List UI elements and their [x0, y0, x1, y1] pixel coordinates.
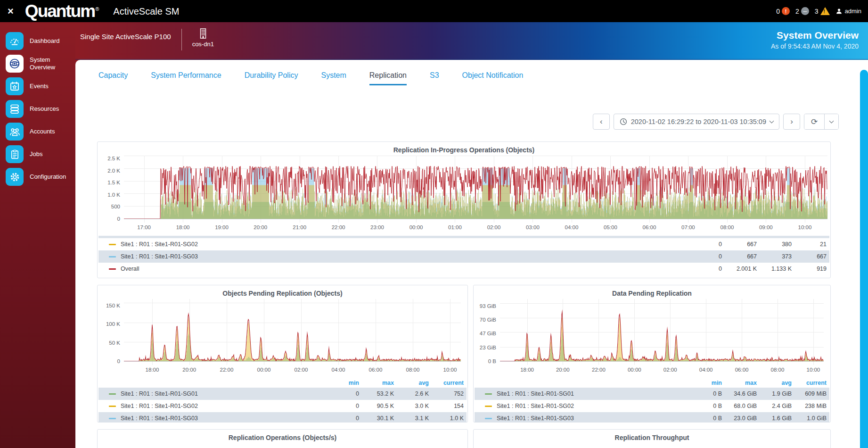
series-avg: 380 — [757, 241, 792, 248]
sidebar-item-dashboard[interactable]: Dashboard — [0, 30, 75, 52]
x-axis-tick: 10:00 — [794, 224, 816, 230]
sidebar-nav: DashboardSystem OverviewEventsResourcesA… — [0, 22, 75, 448]
series-current: 609 MiB — [792, 390, 827, 397]
legend-row[interactable]: Site1 : R01 : Site1-R01-SG02090.5 K3.0 K… — [98, 400, 467, 412]
series-max: 667 — [722, 253, 757, 260]
legend-col-min[interactable]: min — [324, 380, 359, 386]
range-prev-button[interactable]: ‹ — [593, 114, 610, 130]
tab-s3[interactable]: S3 — [430, 71, 439, 85]
legend-col-avg[interactable]: avg — [757, 380, 792, 386]
x-axis-tick: 19:00 — [211, 224, 233, 230]
y-axis-tick: 70 GiB — [475, 317, 496, 323]
range-next-button[interactable]: › — [783, 114, 800, 130]
top-bar: × Quantum® ActiveScale SM 0! 2─ 3! admin — [0, 0, 868, 22]
warning-count-badge[interactable]: 3! — [815, 7, 830, 15]
sidebar-item-resources[interactable]: Resources — [0, 98, 75, 120]
x-axis-tick: 00:00 — [623, 367, 645, 373]
legend-row[interactable]: Site1 : R01 : Site1-R01-SG01053.2 K2.6 K… — [98, 388, 467, 400]
legend-row[interactable]: Site1 : R01 : Site1-R01-SG030667373667 — [98, 250, 829, 263]
legend-row[interactable]: Site1 : R01 : Site1-R01-SG030 B23.0 GiB1… — [475, 412, 829, 423]
x-axis-tick: 20:00 — [250, 224, 271, 230]
node-name: cos-dn1 — [192, 41, 214, 48]
series-avg: 2.6 K — [394, 390, 429, 397]
refresh-button[interactable]: ⟳ — [804, 114, 824, 129]
series-name: Site1 : R01 : Site1-R01-SG02 — [497, 403, 687, 409]
series-min: 0 B — [687, 415, 722, 422]
tab-system[interactable]: System — [321, 71, 346, 85]
tab-object-notification[interactable]: Object Notification — [462, 71, 524, 85]
sidebar-item-accounts[interactable]: Accounts — [0, 120, 75, 143]
y-axis-tick: 2.5 K — [98, 156, 120, 161]
legend-row[interactable]: Site1 : R01 : Site1-R01-SG010 B34.6 GiB1… — [475, 388, 829, 400]
legend-col-avg[interactable]: avg — [394, 380, 429, 386]
legend-col-current[interactable]: current — [792, 380, 827, 386]
series-avg: 1.133 K — [757, 265, 792, 272]
x-axis-tick: 08:00 — [402, 367, 424, 373]
legend-row[interactable]: Site1 : R01 : Site1-R01-SG020 B68.0 GiB2… — [474, 400, 830, 412]
y-axis-tick: 500 — [98, 204, 120, 209]
chart-plot-area[interactable]: 150 K100 K50 K018:0020:0022:0000:0002:00… — [98, 299, 467, 375]
time-range-label: 2020-11-02 16:29:22 to 2020-11-03 10:35:… — [631, 118, 766, 125]
series-name: Site1 : R01 : Site1-R01-SG03 — [497, 415, 687, 422]
x-axis-tick: 00:00 — [405, 224, 427, 230]
page-scrollbar[interactable] — [860, 70, 868, 448]
user-menu[interactable]: admin — [835, 8, 861, 15]
legend-row[interactable]: Site1 : R01 : Site1-R01-SG03030.1 K3.1 K… — [98, 412, 467, 423]
series-color-dash — [109, 393, 116, 395]
series-min: 0 — [324, 390, 359, 397]
series-min: 0 B — [687, 390, 722, 397]
x-axis-tick: 22:00 — [216, 367, 237, 373]
series-current: 752 — [429, 390, 464, 397]
series-current: 1.0 K — [429, 415, 464, 422]
series-max: 30.1 K — [359, 415, 394, 422]
series-color-dash — [109, 256, 116, 257]
breadcrumb[interactable]: Single Site ActiveScale P100 — [80, 33, 171, 41]
x-axis-tick: 02:00 — [659, 367, 681, 373]
close-icon[interactable]: × — [8, 6, 14, 17]
legend-row[interactable]: Site1 : R01 : Site1-R01-SG02066738021 — [98, 238, 830, 250]
series-max: 23.0 GiB — [722, 415, 757, 422]
legend-col-min[interactable]: min — [687, 380, 722, 386]
chart-canvas[interactable] — [500, 299, 824, 365]
refresh-interval-dropdown[interactable] — [824, 114, 838, 129]
series-max: 34.6 GiB — [722, 390, 757, 397]
x-axis-tick: 22:00 — [588, 367, 609, 373]
time-range-toolbar: ‹ 2020-11-02 16:29:22 to 2020-11-03 10:3… — [75, 114, 839, 130]
chart-plot-area[interactable]: 2.5 K2.0 K1.5 K1.0 K500017:0018:0019:002… — [98, 156, 830, 233]
chart-canvas[interactable] — [124, 156, 827, 223]
time-range-picker[interactable]: 2020-11-02 16:29:22 to 2020-11-03 10:35:… — [614, 114, 779, 130]
sidebar-item-label: Resources — [30, 105, 66, 113]
node-selector[interactable]: cos-dn1 — [192, 28, 214, 48]
legend-row[interactable]: Overall02.001 K1.133 K919 — [98, 263, 830, 275]
series-max: 2.001 K — [722, 265, 757, 272]
legend-col-max[interactable]: max — [359, 380, 394, 386]
series-min: 0 — [687, 265, 722, 272]
tab-replication[interactable]: Replication — [369, 71, 407, 85]
x-axis-tick: 08:00 — [767, 367, 788, 373]
sidebar-item-system-overview[interactable]: System Overview — [0, 52, 75, 75]
y-axis-tick: 1.0 K — [98, 192, 120, 198]
muted-count-badge[interactable]: 2─ — [795, 7, 809, 15]
x-axis-tick: 02:00 — [483, 224, 505, 230]
chart-plot-area[interactable]: 93 GiB70 GiB47 GiB23 GiB0 B18:0020:0022:… — [474, 299, 830, 375]
sidebar-item-jobs[interactable]: Jobs — [0, 143, 75, 166]
series-max: 667 — [722, 241, 757, 248]
sidebar-item-events[interactable]: Events — [0, 75, 75, 98]
tab-capacity[interactable]: Capacity — [98, 71, 128, 85]
error-icon: ! — [782, 7, 790, 15]
error-count-badge[interactable]: 0! — [776, 7, 790, 15]
series-min: 0 B — [687, 403, 722, 409]
x-axis-tick: 09:00 — [755, 224, 777, 230]
minus-circle-icon: ─ — [801, 7, 809, 15]
tab-durability-policy[interactable]: Durability Policy — [245, 71, 298, 85]
chart-card-objects-pending: Objects Pending Replication (Objects) 15… — [97, 285, 468, 423]
series-avg: 2.4 GiB — [757, 403, 792, 409]
status-area: 0! 2─ 3! admin — [776, 7, 861, 15]
legend-col-current[interactable]: current — [429, 380, 464, 386]
legend-col-max[interactable]: max — [722, 380, 757, 386]
chart-canvas[interactable] — [124, 299, 461, 365]
sidebar-item-label: Jobs — [30, 150, 66, 158]
tab-system-performance[interactable]: System Performance — [151, 71, 221, 85]
x-axis-tick: 21:00 — [289, 224, 311, 230]
sidebar-item-configuration[interactable]: Configuration — [0, 166, 75, 188]
